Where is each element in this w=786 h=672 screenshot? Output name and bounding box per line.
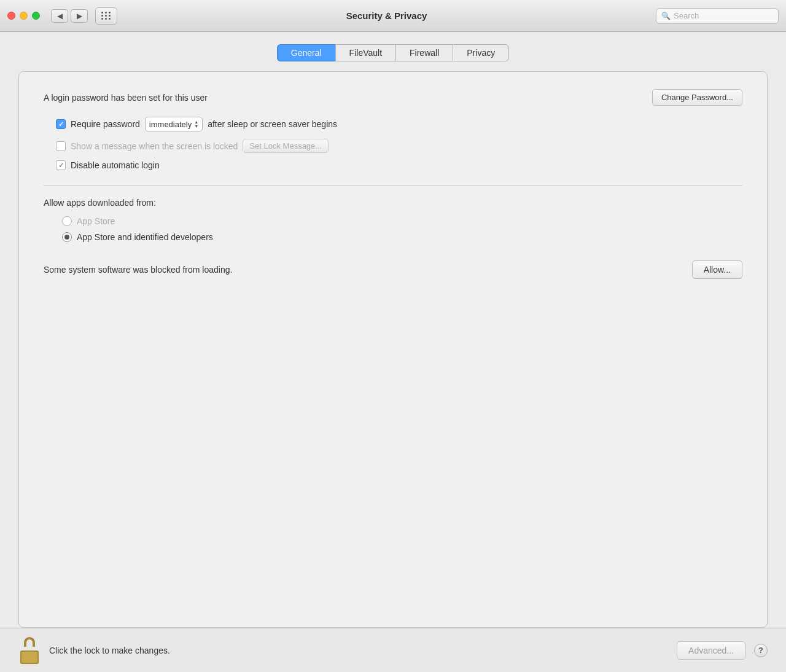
- tab-bar: General FileVault Firewall Privacy: [18, 44, 768, 61]
- panel: A login password has been set for this u…: [18, 71, 768, 628]
- blocked-software-row: Some system software was blocked from lo…: [44, 260, 742, 279]
- titlebar: ◀ ▶ Security & Privacy 🔍 Search: [0, 0, 786, 32]
- radio-app-store-developers-label: App Store and identified developers: [77, 232, 213, 242]
- lock-icon[interactable]: [18, 637, 41, 664]
- options-section: ✓ Require password immediately ▲ ▼ after…: [56, 117, 742, 170]
- radio-group: App Store App Store and identified devel…: [62, 216, 742, 242]
- tab-general[interactable]: General: [277, 44, 335, 61]
- radio-app-store-row: App Store: [62, 216, 742, 226]
- disable-auto-login-checkbox[interactable]: ✓: [56, 160, 66, 170]
- maximize-button[interactable]: [32, 12, 40, 20]
- require-password-label: Require password: [71, 119, 140, 129]
- help-button[interactable]: ?: [754, 644, 768, 657]
- show-lock-message-row: Show a message when the screen is locked…: [56, 139, 742, 153]
- login-password-label: A login password has been set for this u…: [44, 93, 652, 103]
- forward-button[interactable]: ▶: [71, 9, 88, 23]
- grid-button[interactable]: [95, 7, 117, 25]
- password-timing-dropdown[interactable]: immediately ▲ ▼: [145, 117, 203, 131]
- back-button[interactable]: ◀: [51, 9, 68, 23]
- require-password-row: ✓ Require password immediately ▲ ▼ after…: [56, 117, 742, 131]
- radio-app-store-developers[interactable]: [62, 232, 72, 242]
- allow-button[interactable]: Allow...: [692, 260, 742, 279]
- search-bar[interactable]: 🔍 Search: [656, 8, 779, 24]
- show-lock-message-label: Show a message when the screen is locked: [71, 141, 238, 151]
- window-title: Security & Privacy: [122, 10, 651, 21]
- search-icon: 🔍: [661, 12, 671, 20]
- lock-body: [20, 651, 39, 664]
- advanced-button[interactable]: Advanced...: [677, 641, 745, 660]
- disable-auto-login-label: Disable automatic login: [71, 160, 160, 170]
- forward-icon: ▶: [77, 12, 82, 20]
- main-content: General FileVault Firewall Privacy A log…: [0, 32, 786, 628]
- bottom-bar: Click the lock to make changes. Advanced…: [0, 628, 786, 672]
- grid-icon: [101, 12, 111, 20]
- tab-firewall[interactable]: Firewall: [395, 44, 453, 61]
- dropdown-arrows-icon: ▲ ▼: [194, 120, 198, 128]
- disable-auto-login-row: ✓ Disable automatic login: [56, 160, 742, 170]
- lock-label: Click the lock to make changes.: [49, 646, 170, 655]
- checkmark-icon: ✓: [58, 120, 64, 128]
- show-lock-message-checkbox[interactable]: [56, 141, 66, 151]
- password-timing-value: immediately: [149, 120, 192, 129]
- allow-apps-label: Allow apps downloaded from:: [44, 198, 742, 208]
- change-password-button[interactable]: Change Password...: [652, 89, 742, 106]
- set-lock-message-button[interactable]: Set Lock Message...: [243, 139, 329, 153]
- lock-shackle: [24, 637, 35, 647]
- radio-app-store-label: App Store: [77, 216, 115, 226]
- minimize-button[interactable]: [20, 12, 28, 20]
- after-sleep-label: after sleep or screen saver begins: [208, 119, 337, 129]
- radio-dot-icon: [64, 235, 69, 240]
- traffic-lights: [7, 12, 40, 20]
- login-password-section: A login password has been set for this u…: [44, 89, 742, 106]
- close-button[interactable]: [7, 12, 15, 20]
- checkmark-gray-icon: ✓: [58, 162, 64, 170]
- tab-privacy[interactable]: Privacy: [453, 44, 509, 61]
- divider: [44, 185, 742, 186]
- back-icon: ◀: [57, 12, 63, 20]
- require-password-checkbox[interactable]: ✓: [56, 119, 66, 129]
- nav-buttons: ◀ ▶: [51, 9, 88, 23]
- search-placeholder: Search: [674, 11, 699, 20]
- radio-app-store-developers-row: App Store and identified developers: [62, 232, 742, 242]
- tab-filevault[interactable]: FileVault: [335, 44, 395, 61]
- blocked-software-label: Some system software was blocked from lo…: [44, 265, 692, 275]
- radio-app-store[interactable]: [62, 216, 72, 226]
